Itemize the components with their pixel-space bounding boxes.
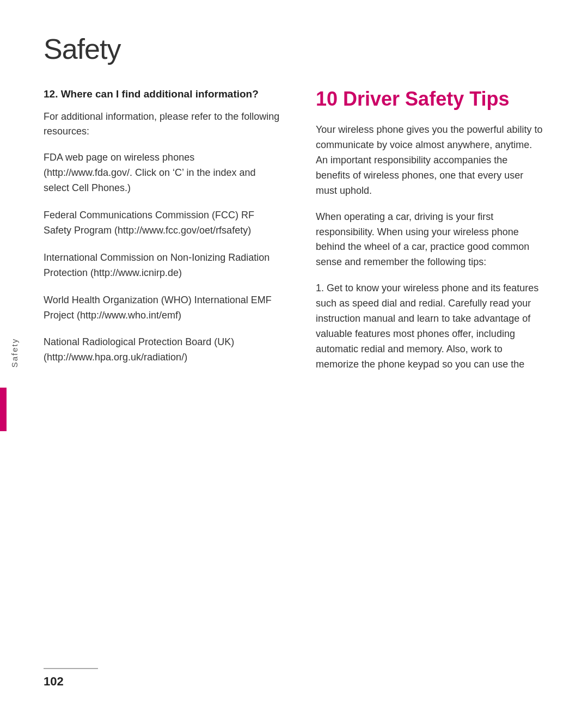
driver-tips-para-2: When operating a car, driving is your fi… (316, 210, 544, 271)
bottom-area: 102 (44, 668, 544, 689)
resource-who: World Health Organization (WHO) Internat… (44, 293, 283, 323)
page: Safety Safety 12. Where can I find addit… (0, 0, 588, 705)
side-label: Safety (10, 338, 19, 367)
content-area: 12. Where can I find additional informat… (0, 87, 588, 381)
side-bar (0, 388, 7, 431)
resource-fcc: Federal Communications Commission (FCC) … (44, 208, 283, 238)
tip-1: 1. Get to know your wireless phone and i… (316, 281, 544, 372)
resource-nrpb: National Radiological Protection Board (… (44, 335, 283, 365)
resource-fda: FDA web page on wireless phones (http://… (44, 150, 283, 196)
bottom-line (44, 668, 98, 669)
left-column: 12. Where can I find additional informat… (44, 87, 283, 381)
resource-icnirp: International Commission on Non-Ionizing… (44, 250, 283, 281)
section-heading: 12. Where can I find additional informat… (44, 87, 283, 102)
driver-tips-heading: 10 Driver Safety Tips (316, 87, 544, 111)
intro-text: For additional information, please refer… (44, 109, 283, 140)
right-column: 10 Driver Safety Tips Your wireless phon… (316, 87, 544, 381)
page-title: Safety (0, 33, 588, 65)
driver-tips-para-1: Your wireless phone gives you the powerf… (316, 122, 544, 198)
page-number: 102 (44, 675, 544, 689)
